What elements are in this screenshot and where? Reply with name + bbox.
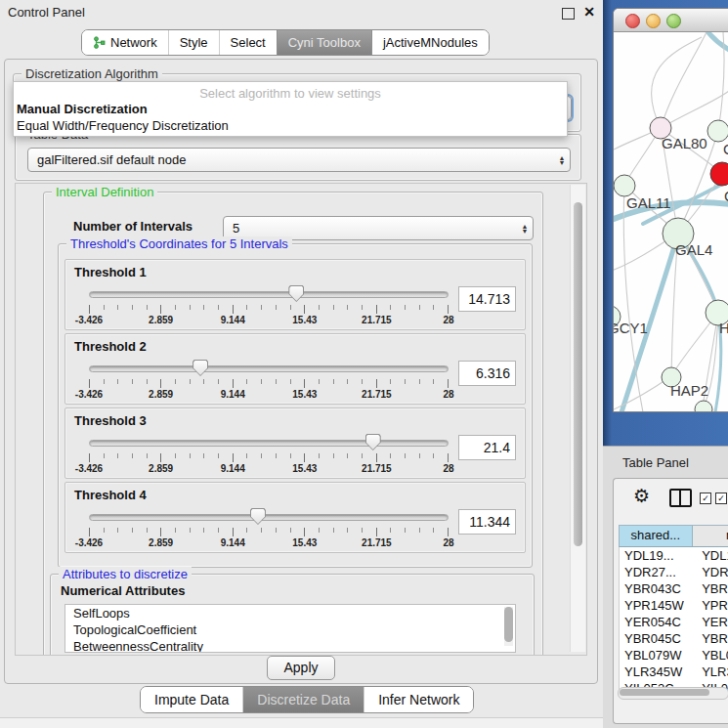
slider-thumb[interactable] [288, 285, 304, 302]
tab-style[interactable]: Style [168, 30, 219, 55]
tab-network[interactable]: Network [82, 30, 168, 55]
tick-label: -3.426 [75, 315, 103, 325]
tab-discretize-data[interactable]: Discretize Data [242, 687, 364, 712]
list-scrollbar-thumb[interactable] [504, 607, 513, 642]
table-row[interactable]: YBR043C YBR0 [620, 580, 728, 597]
combobox-value: galFiltered.sif default node [28, 152, 554, 167]
slider-track[interactable] [89, 440, 449, 447]
dropdown-option-equal-width[interactable]: Equal Width/Frequency Discretization [14, 117, 567, 134]
cell-name[interactable]: YLR3 [693, 664, 728, 680]
tick-label: 15.43 [292, 389, 317, 400]
threshold-value-field[interactable]: 11.344 [458, 509, 516, 535]
checkbox-icon[interactable]: ✓ [715, 492, 727, 504]
threshold-label: Threshold 1 [74, 265, 147, 279]
tab-jactivemnodules[interactable]: jActiveMNodules [371, 30, 489, 55]
tab-cyni-toolbox[interactable]: Cyni Toolbox [277, 30, 371, 55]
cell-name[interactable]: YBL0 [693, 647, 728, 664]
horizontal-scrollbar-thumb[interactable] [620, 689, 709, 696]
zoom-traffic-light-icon[interactable] [666, 14, 681, 28]
cell-shared-name[interactable]: YER054C [620, 614, 693, 630]
table-row[interactable]: YBL079W YBL0 [620, 647, 728, 664]
node-green[interactable] [707, 120, 728, 142]
threshold-slider[interactable]: -3.426 2.859 9.144 15.43 21.715 28 [89, 285, 449, 328]
cell-shared-name[interactable]: YBR043C [620, 580, 693, 597]
cell-name[interactable]: YPR1 [693, 597, 728, 614]
tick-label: -3.426 [75, 389, 103, 400]
table-data-combobox[interactable]: galFiltered.sif default node ▲▼ [27, 148, 571, 172]
combobox-arrows-icon: ▲▼ [517, 224, 533, 234]
apply-button[interactable]: Apply [267, 656, 335, 680]
cell-name[interactable]: YDR2 [693, 564, 728, 580]
group-title: Interval Definition [52, 185, 157, 199]
slider-thumb[interactable] [193, 360, 208, 376]
split-columns-icon[interactable] [669, 489, 692, 507]
threshold-panel: Threshold 2 -3.426 2.859 9.144 15.43 [64, 333, 526, 405]
cell-name[interactable]: YBR0 [693, 580, 728, 597]
column-header-shared-name[interactable]: shared... [620, 526, 693, 546]
threshold-slider[interactable]: -3.426 2.859 9.144 15.43 21.715 28 [89, 508, 449, 551]
table-row[interactable]: YLR345W YLR3 [620, 664, 728, 680]
tab-label: Network [110, 35, 157, 50]
column-header-name[interactable]: na [693, 526, 728, 546]
table-row[interactable]: YER054C YER0 [620, 614, 728, 630]
list-scrollbar[interactable] [504, 607, 513, 646]
slider-thumb[interactable] [365, 434, 381, 450]
table-header: shared... na [619, 525, 728, 547]
minimize-traffic-light-icon[interactable] [646, 14, 661, 28]
table-row[interactable]: YPR145W YPR1 [620, 597, 728, 614]
settings-scroll-area: Interval Definition Number of Intervals … [15, 183, 587, 656]
cell-name[interactable]: YER0 [693, 614, 728, 630]
dropdown-hint: Select algorithm to view settings [14, 82, 567, 101]
tab-infer-network[interactable]: Infer Network [364, 687, 473, 712]
table-row[interactable]: YDR27... YDR2 [620, 564, 728, 580]
node-gal11[interactable] [614, 175, 635, 196]
float-window-icon[interactable] [562, 8, 575, 20]
slider-track[interactable] [89, 291, 449, 298]
threshold-label: Threshold 3 [74, 413, 147, 428]
vertical-scrollbar-thumb[interactable] [574, 202, 582, 546]
numerical-attributes-label: Numerical Attributes [61, 583, 185, 598]
node-green[interactable] [695, 401, 712, 411]
threshold-value-field[interactable]: 21.4 [458, 435, 516, 460]
control-panel-titlebar: Control Panel ✕ [0, 0, 603, 25]
network-window: GAL80 GA C GAL11 GAL4 GCY1 H HAP2 [613, 8, 728, 412]
horizontal-scrollbar[interactable] [618, 687, 728, 700]
checkbox-icon[interactable]: ✓ [700, 492, 711, 504]
slider-thumb[interactable] [250, 508, 266, 525]
threshold-slider[interactable]: -3.426 2.859 9.144 15.43 21.715 28 [89, 360, 449, 403]
threshold-value-field[interactable]: 6.316 [458, 361, 516, 386]
cell-shared-name[interactable]: YPR145W [620, 597, 693, 614]
numerical-attributes-list[interactable]: SelfLoopsTopologicalCoefficientBetweenne… [64, 604, 516, 653]
cell-shared-name[interactable]: YLR345W [620, 664, 693, 680]
vertical-scrollbar[interactable] [570, 185, 585, 652]
cell-shared-name[interactable]: YBL079W [620, 647, 693, 664]
cell-name[interactable]: YBR0 [693, 630, 728, 647]
cell-shared-name[interactable]: YBR045C [620, 630, 693, 647]
attribute-item[interactable]: SelfLoops [65, 605, 515, 621]
tab-select[interactable]: Select [219, 30, 277, 55]
gear-icon[interactable]: ⚙ [633, 485, 650, 507]
table-row[interactable]: YBR045C YBR0 [620, 630, 728, 647]
tab-label: Cyni Toolbox [288, 35, 361, 50]
close-traffic-light-icon[interactable] [625, 14, 640, 28]
tab-label: Discretize Data [257, 692, 350, 707]
close-icon[interactable]: ✕ [583, 4, 595, 20]
threshold-value-field[interactable]: 14.713 [458, 286, 516, 312]
network-canvas[interactable]: GAL80 GA C GAL11 GAL4 GCY1 H HAP2 [614, 32, 728, 411]
attribute-item[interactable]: TopologicalCoefficient [65, 621, 515, 638]
dropdown-option-manual[interactable]: Manual Discretization [14, 101, 567, 117]
slider-track[interactable] [89, 365, 449, 372]
cell-shared-name[interactable]: YDR27... [620, 564, 693, 580]
tick-label: 28 [443, 463, 453, 474]
thresholds-group: Threshold's Coordinates for 5 Intervals … [58, 243, 533, 568]
bottom-tab-bar: Impute Data Discretize Data Infer Networ… [140, 686, 474, 713]
slider-track[interactable] [89, 514, 449, 521]
attribute-item[interactable]: BetweennessCentrality [65, 638, 515, 653]
tab-impute-data[interactable]: Impute Data [141, 687, 242, 712]
cell-name[interactable]: YDL1 [693, 547, 728, 564]
threshold-slider[interactable]: -3.426 2.859 9.144 15.43 21.715 28 [89, 434, 449, 477]
cell-shared-name[interactable]: YDL19... [620, 547, 693, 564]
combobox-value: 5 [224, 221, 517, 236]
network-window-titlebar[interactable] [614, 9, 728, 32]
table-row[interactable]: YDL19... YDL1 [620, 547, 728, 564]
